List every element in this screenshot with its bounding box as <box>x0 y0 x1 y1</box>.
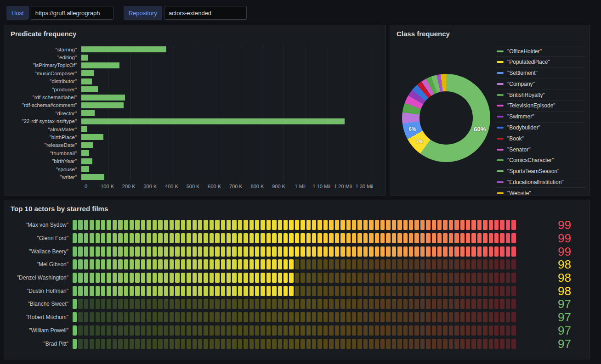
led-cell <box>409 325 413 336</box>
led-cell <box>443 220 447 230</box>
led-cell <box>335 312 339 322</box>
led-cell <box>141 339 145 349</box>
led-cell <box>460 220 465 230</box>
led-cell <box>249 246 254 257</box>
led-cell <box>437 233 442 243</box>
led-cell <box>107 286 111 296</box>
actor-row: "Dustin Hoffman"98 <box>10 284 590 297</box>
led-cell <box>283 339 288 349</box>
led-cell <box>289 259 293 269</box>
legend-item[interactable]: "TelevisionEpisode" <box>495 101 586 112</box>
led-cell <box>272 286 276 296</box>
led-cell <box>158 286 162 296</box>
led-cell <box>113 259 117 269</box>
led-cell <box>135 299 139 309</box>
led-cell <box>386 246 390 257</box>
led-cell <box>147 220 151 230</box>
led-cell <box>289 220 293 230</box>
led-cell <box>73 233 77 243</box>
led-cell <box>90 233 94 243</box>
legend-item[interactable]: "Bodybuilder" <box>495 123 586 134</box>
host-input[interactable] <box>31 6 113 20</box>
led-cell <box>449 299 453 309</box>
led-cell <box>437 325 442 336</box>
led-cell <box>147 259 151 269</box>
led-cell <box>471 233 476 243</box>
legend-item[interactable]: "OfficeHolder" <box>495 46 586 57</box>
led-cell <box>443 339 447 349</box>
legend-item[interactable]: "Settlement" <box>495 68 586 79</box>
legend-item[interactable]: "Website" <box>495 188 586 195</box>
predicate-row: "producer" <box>9 85 378 93</box>
led-cell <box>215 233 219 243</box>
led-cell <box>249 233 254 243</box>
dashboard-top-row: Predicate frequency "starring""editing""… <box>4 25 590 196</box>
led-cell <box>289 273 293 283</box>
led-cell <box>471 259 476 269</box>
led-cell <box>249 339 254 349</box>
led-cell <box>489 259 493 269</box>
led-cell <box>164 325 168 336</box>
led-cell <box>238 246 242 257</box>
led-cell <box>289 312 293 322</box>
led-cell <box>335 220 339 230</box>
predicate-label: "birthPlace" <box>9 134 81 140</box>
legend-item[interactable]: "Book" <box>495 133 586 144</box>
panel-title-top-actors[interactable]: Top 10 actors by starred films <box>4 200 590 215</box>
led-cell <box>329 259 333 269</box>
actor-row: "Blanche Sweet"97 <box>10 297 590 311</box>
legend-item[interactable]: "Swimmer" <box>495 112 586 123</box>
led-cell <box>193 339 197 349</box>
led-cell <box>210 273 214 283</box>
led-cell <box>352 339 356 349</box>
led-cell <box>483 273 487 283</box>
led-cell <box>335 299 339 309</box>
led-cell <box>335 339 339 349</box>
led-cell <box>329 339 333 349</box>
led-cell <box>437 286 442 296</box>
led-cell <box>426 233 430 243</box>
legend-item[interactable]: "PopulatedPlace" <box>495 57 586 68</box>
panel-title-predicate-frequency[interactable]: Predicate frequency <box>4 25 386 40</box>
legend-item[interactable]: "EducationalInstitution" <box>495 177 586 188</box>
led-cell <box>227 259 231 269</box>
legend-color-dash <box>497 116 504 118</box>
donut-slice-percent-label: 7% <box>416 139 423 144</box>
led-cell <box>118 259 122 269</box>
led-cell <box>397 286 402 296</box>
repository-input[interactable] <box>164 6 247 20</box>
led-cell <box>90 246 94 257</box>
led-cell <box>323 259 328 269</box>
actor-row: "Robert Mitchum"97 <box>10 311 590 324</box>
led-cell <box>78 246 82 257</box>
legend-item[interactable]: "SportsTeamSeason" <box>495 166 586 177</box>
predicate-bar <box>81 158 92 164</box>
led-cell <box>84 286 88 296</box>
led-cell <box>158 339 162 349</box>
led-cell <box>90 299 94 309</box>
led-cell <box>175 259 179 269</box>
led-cell <box>329 325 333 336</box>
led-cell <box>272 299 276 309</box>
led-cell <box>392 312 396 322</box>
led-cell <box>181 259 185 269</box>
led-cell <box>477 259 482 269</box>
led-cell <box>135 220 139 230</box>
led-cell <box>210 312 214 322</box>
led-cell <box>392 220 396 230</box>
led-cell <box>335 273 339 283</box>
panel-title-class-frequency[interactable]: Class frequency <box>390 25 590 40</box>
legend-item[interactable]: "Company" <box>495 78 586 90</box>
led-cell <box>392 273 396 283</box>
legend-item[interactable]: "Senator" <box>495 144 586 155</box>
predicate-row: "thumbnail" <box>9 149 378 157</box>
led-cell <box>420 233 425 243</box>
led-cell <box>386 286 390 296</box>
led-cell <box>198 273 202 283</box>
legend-item[interactable]: "BritishRoyalty" <box>495 90 586 101</box>
legend-item[interactable]: "ComicsCharacter" <box>495 155 586 166</box>
led-cell <box>193 273 197 283</box>
led-cell <box>283 286 288 296</box>
led-cell <box>318 299 322 309</box>
actor-led-gauge <box>73 246 516 257</box>
